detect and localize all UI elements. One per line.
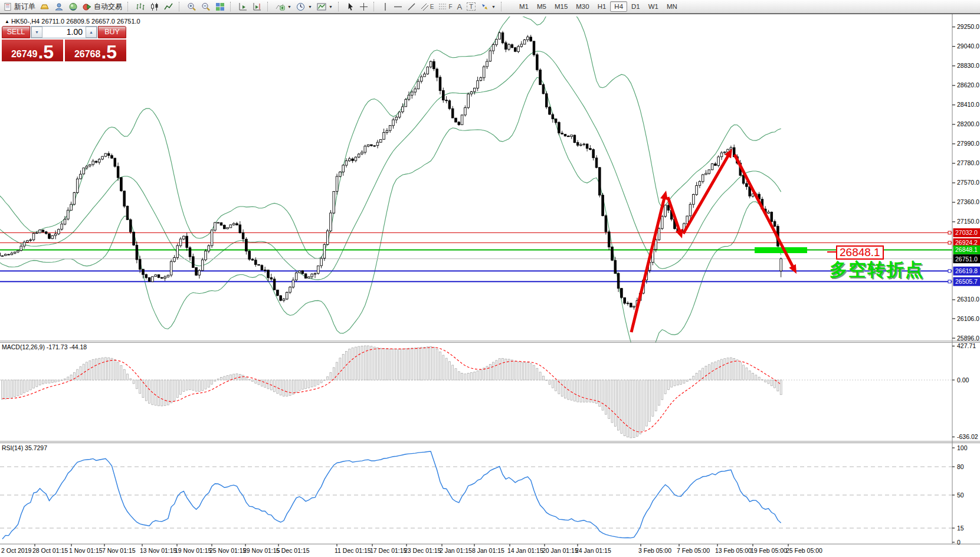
svg-text:26505.7: 26505.7 [955, 278, 978, 285]
sell-price-main: 26749 [11, 49, 38, 60]
svg-text:27150.0: 27150.0 [957, 218, 979, 225]
svg-text:14 Jan 01:15: 14 Jan 01:15 [507, 547, 543, 554]
svg-text:28 Oct 01:15: 28 Oct 01:15 [32, 547, 68, 554]
mt4-window: { "toolbar": { "new_order_label": "新订单",… [0, 0, 980, 557]
svg-text:25896.0: 25896.0 [957, 335, 979, 342]
svg-text:1 Nov 01:15: 1 Nov 01:15 [69, 547, 103, 554]
svg-text:8 Jan 01:15: 8 Jan 01:15 [472, 547, 504, 554]
svg-text:3 Feb 05:00: 3 Feb 05:00 [638, 547, 671, 554]
svg-text:24 Jan 01:15: 24 Jan 01:15 [575, 547, 611, 554]
one-click-trading-panel: SELL ▼ 1.00 ▲ BUY 26749 .5 26768 .5 [2, 26, 126, 61]
svg-text:27032.0: 27032.0 [955, 229, 978, 236]
svg-text:26924.2: 26924.2 [955, 239, 978, 246]
volume-input[interactable]: 1.00 [42, 27, 86, 38]
svg-text:25 Feb 05:00: 25 Feb 05:00 [786, 547, 822, 554]
svg-text:29250.0: 29250.0 [957, 23, 979, 30]
svg-text:29 Nov 01:15: 29 Nov 01:15 [243, 547, 280, 554]
svg-text:26848.1: 26848.1 [955, 246, 978, 253]
buy-price-main: 26768 [74, 49, 101, 60]
svg-text:27780.0: 27780.0 [957, 159, 979, 166]
svg-text:20 Jan 01:15: 20 Jan 01:15 [542, 547, 578, 554]
svg-text:80: 80 [957, 463, 964, 470]
chart-title: ▲HK50-,H4 26711.0 26809.5 26657.0 26751.… [5, 18, 140, 25]
svg-text:7 Nov 01:15: 7 Nov 01:15 [102, 547, 136, 554]
svg-text:15: 15 [957, 525, 964, 532]
svg-text:26310.0: 26310.0 [957, 296, 979, 303]
turning-point-annotation[interactable]: 多空转折点 [830, 258, 924, 282]
svg-text:28410.0: 28410.0 [957, 101, 979, 108]
svg-text:26751.0: 26751.0 [955, 255, 978, 263]
sell-button[interactable]: SELL [2, 26, 30, 38]
price-annotation-tick [827, 251, 836, 253]
green-highlight-bar[interactable] [755, 247, 807, 253]
rsi-indicator-label: RSI(14) 35.7297 [2, 444, 47, 451]
symbol-marker-icon: ▲ [5, 19, 9, 24]
svg-text:27990.0: 27990.0 [957, 140, 979, 147]
sell-price-frac: .5 [38, 44, 54, 60]
svg-text:100: 100 [957, 444, 968, 451]
svg-text:11 Dec 01:15: 11 Dec 01:15 [335, 547, 371, 554]
svg-text:7 Feb 05:00: 7 Feb 05:00 [677, 547, 710, 554]
svg-text:5 Dec 01:15: 5 Dec 01:15 [276, 547, 310, 554]
svg-text:0: 0 [957, 539, 961, 546]
chart-title-text: HK50-,H4 26711.0 26809.5 26657.0 26751.0 [11, 18, 140, 25]
volume-decrease-button[interactable]: ▼ [31, 27, 42, 38]
svg-text:19 Nov 01:15: 19 Nov 01:15 [175, 547, 212, 554]
volume-spinner: ▼ 1.00 ▲ [31, 26, 97, 38]
svg-text:2 Oct 2019: 2 Oct 2019 [1, 547, 32, 554]
sell-price-box[interactable]: 26749 .5 [2, 40, 63, 61]
buy-button[interactable]: BUY [98, 26, 126, 38]
svg-text:28830.0: 28830.0 [957, 62, 979, 69]
svg-text:26619.8: 26619.8 [955, 267, 978, 274]
svg-text:26106.0: 26106.0 [957, 315, 979, 322]
svg-text:17 Dec 01:15: 17 Dec 01:15 [370, 547, 407, 554]
svg-text:27360.0: 27360.0 [957, 198, 979, 205]
svg-text:28200.0: 28200.0 [957, 120, 979, 127]
svg-text:23 Dec 01:15: 23 Dec 01:15 [404, 547, 441, 554]
svg-text:427.71: 427.71 [957, 342, 976, 349]
svg-text:27570.0: 27570.0 [957, 179, 979, 186]
svg-text:13 Nov 01:15: 13 Nov 01:15 [140, 547, 177, 554]
svg-text:13 Feb 05:00: 13 Feb 05:00 [715, 547, 752, 554]
buy-price-frac: .5 [101, 44, 117, 60]
svg-text:28620.0: 28620.0 [957, 81, 979, 89]
svg-text:25 Nov 01:15: 25 Nov 01:15 [209, 547, 247, 554]
buy-price-box[interactable]: 26768 .5 [65, 40, 126, 61]
svg-text:29040.0: 29040.0 [957, 42, 979, 50]
volume-increase-button[interactable]: ▲ [86, 27, 97, 38]
svg-text:50: 50 [957, 492, 964, 499]
svg-text:0.00: 0.00 [957, 376, 969, 384]
macd-indicator-label: MACD(12,26,9) -171.73 -44.18 [2, 343, 87, 350]
svg-text:2 Jan 01:15: 2 Jan 01:15 [440, 547, 472, 554]
svg-text:-636.02: -636.02 [957, 433, 978, 440]
svg-text:19 Feb 05:00: 19 Feb 05:00 [750, 547, 787, 554]
